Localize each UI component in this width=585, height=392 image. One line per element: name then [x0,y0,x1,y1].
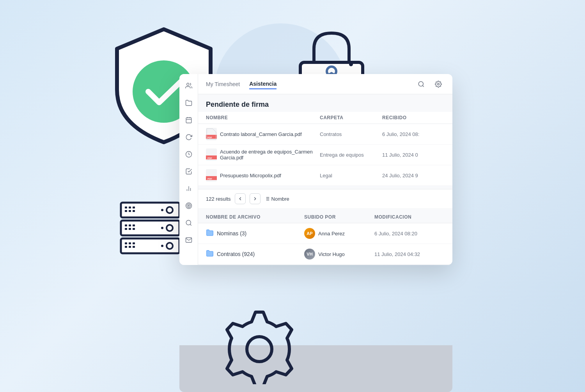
svg-rect-25 [125,242,127,244]
sort-label: Nombre [271,196,289,202]
tab-timesheet[interactable]: My Timesheet [206,79,240,89]
header-modificacion: Modificacion [374,214,445,220]
svg-rect-21 [133,228,135,230]
section-title-pending: Pendiente de firma [198,94,452,112]
file-name-3: Presupuesto Micropolix.pdf [220,173,281,178]
svg-point-42 [187,204,190,208]
svg-rect-10 [125,210,127,212]
modified-1: 6 Julio, 2024 08:20 [374,231,445,237]
svg-point-48 [438,83,440,85]
pending-signature-table: Nombre Carpeta Recibido PDF [198,112,452,186]
sidebar-item-search2[interactable] [182,216,196,230]
user-cell-1: AP Anna Perez [304,228,374,239]
cell-recibido-3: 24 Julio, 2024 9 [382,173,445,178]
sidebar-item-folder[interactable] [182,96,196,110]
sidebar-item-calendar[interactable] [182,113,196,127]
sidebar-item-refresh[interactable] [182,130,196,144]
file-name-1: Contrato laboral_Carmen Garcia.pdf [220,131,302,137]
tab-asistencia[interactable]: Asistencia [249,79,277,89]
sidebar-item-mail[interactable] [182,233,196,247]
main-content: My Timesheet Asistencia [198,74,452,265]
svg-point-15 [161,227,163,229]
svg-point-44 [186,220,191,225]
pdf-icon: PDF [206,169,217,182]
svg-line-47 [422,85,424,87]
modified-2: 11 Julio, 2024 04:32 [374,251,445,257]
svg-line-45 [190,224,191,225]
svg-point-3 [349,62,353,66]
sidebar [179,74,198,265]
sidebar-item-chart[interactable] [182,182,196,196]
svg-rect-7 [125,207,127,208]
top-nav: My Timesheet Asistencia [198,74,452,94]
header-nombre-archivo: Nombre de archivo [206,214,304,220]
svg-text:PDF: PDF [207,136,212,139]
svg-rect-26 [129,242,131,244]
files-table-row[interactable]: Nominas (3) AP Anna Perez 6 Julio, 2024 … [198,223,452,244]
app-window: My Timesheet Asistencia [179,74,452,265]
svg-text:PDF: PDF [207,157,212,159]
server-icon [117,199,183,257]
settings-button[interactable] [432,78,445,90]
files-table-row[interactable]: Contratos (924) VH Victor Hugo 11 Julio,… [198,244,452,265]
cell-recibido-2: 11 Julio, 2024 0 [382,152,445,158]
cell-carpeta-2: Entrega de equipos [320,152,382,158]
svg-point-41 [186,203,191,209]
svg-rect-19 [125,228,127,230]
sidebar-item-target[interactable] [182,199,196,213]
user-cell-2: VH Victor Hugo [304,249,374,260]
files-table-header: Nombre de archivo Subido por Modificacio… [198,211,452,223]
user-name-2: Victor Hugo [318,251,345,257]
svg-rect-20 [129,228,131,230]
pdf-icon: PDF [206,128,217,140]
svg-rect-8 [129,207,131,208]
svg-point-31 [247,337,272,362]
content-area: Pendiente de firma Nombre Carpeta Recibi… [198,94,452,265]
avatar-anna: AP [304,228,315,239]
sidebar-item-check[interactable] [182,164,196,178]
svg-rect-33 [186,118,191,123]
sort-button[interactable]: Nombre [264,196,289,202]
gear-decorative-icon [207,306,296,384]
cell-carpeta-3: Legal [320,173,382,178]
svg-rect-16 [125,224,127,226]
folder-cell-2: Contratos (924) [206,249,304,259]
table-row[interactable]: PDF Presupuesto Micropolix.pdf Legal 24 … [198,165,452,186]
svg-point-6 [161,209,163,211]
svg-point-43 [188,205,189,207]
svg-rect-30 [133,246,135,248]
table-row[interactable]: PDF Acuendo de entrega de equipos_Carmen… [198,145,452,165]
svg-point-24 [161,245,163,247]
folder-cell-1: Nominas (3) [206,229,304,238]
header-nombre: Nombre [206,115,320,120]
prev-page-button[interactable] [235,193,246,204]
sidebar-item-users[interactable] [182,79,196,93]
header-subido: Subido por [304,214,374,220]
pdf-icon: PDF [206,148,217,161]
svg-rect-18 [133,224,135,226]
table-row[interactable]: PDF Contrato laboral_Carmen Garcia.pdf C… [198,124,452,145]
svg-point-32 [186,83,189,85]
folder-icon-2 [206,249,214,259]
folder-icon-1 [206,229,214,238]
sidebar-item-clock[interactable] [182,147,196,161]
cell-carpeta-1: Contratos [320,131,382,137]
next-page-button[interactable] [250,193,261,204]
svg-text:PDF: PDF [207,178,212,180]
pagination-bar: 122 results [198,189,452,208]
folder-name-2: Contratos (924) [217,251,255,257]
folder-name-1: Nominas (3) [217,230,246,237]
header-recibido: Recibido [382,115,445,120]
svg-rect-17 [129,224,131,226]
files-section: Nombre de archivo Subido por Modificacio… [198,208,452,265]
svg-rect-28 [125,246,127,248]
file-cell: PDF Presupuesto Micropolix.pdf [206,169,320,182]
svg-point-46 [418,81,423,86]
search-button[interactable] [415,78,427,90]
svg-rect-29 [129,246,131,248]
nav-icons [415,78,445,90]
file-cell: PDF Acuendo de entrega de equipos_Carmen… [206,148,320,161]
user-name-1: Anna Perez [318,231,345,237]
svg-rect-9 [133,207,135,208]
table-header: Nombre Carpeta Recibido [198,112,452,124]
